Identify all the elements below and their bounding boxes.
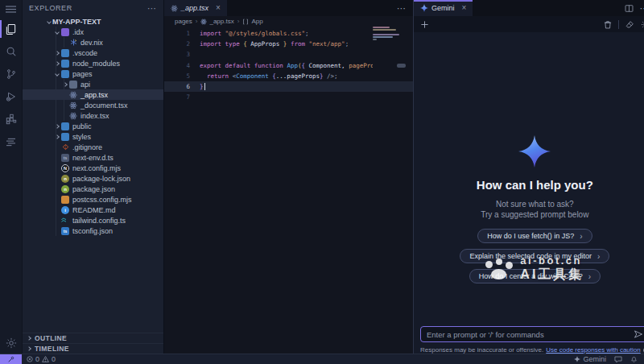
idx-icon <box>61 28 69 36</box>
tree-item-postcss-config-mjs[interactable]: postcss.config.mjs <box>23 194 163 205</box>
close-icon[interactable]: × <box>216 4 221 12</box>
code-line-3[interactable]: 3 <box>164 49 413 60</box>
gemini-status-item[interactable]: Gemini <box>574 355 606 363</box>
tree-item-label: .idx <box>72 28 84 36</box>
tree-item-styles[interactable]: styles <box>23 131 163 142</box>
code-editor[interactable]: 1import "@/styles/globals.css";2import t… <box>164 27 413 354</box>
scrollbar-thumb[interactable] <box>397 64 406 68</box>
sidebar-title: EXPLORER <box>29 4 72 12</box>
tree-item-package-lock-json[interactable]: npackage-lock.json <box>23 173 163 184</box>
code-line-4[interactable]: 4export default function App({ Component… <box>164 60 413 71</box>
tree-item--document-tsx[interactable]: _document.tsx <box>23 100 163 110</box>
problems-errors[interactable]: 0 <box>27 355 39 363</box>
bell-icon[interactable] <box>630 355 638 363</box>
tree-item-my-app-text[interactable]: MY-APP-TEXT <box>23 16 163 27</box>
suggested-prompt-2[interactable]: Explain the selected code in my editor› <box>460 249 609 263</box>
breadcrumb[interactable]: pages › _app.tsx › App <box>164 16 413 27</box>
tree-item-label: tsconfig.json <box>72 227 113 235</box>
explorer-icon[interactable] <box>0 18 22 40</box>
tree-item-label: node_modules <box>72 60 120 68</box>
tab-gemini[interactable]: Gemini × <box>414 0 473 16</box>
tab-app-tsx[interactable]: _app.tsx × <box>164 0 227 16</box>
activity-bar <box>0 0 22 354</box>
gemini-logo-icon <box>518 135 551 168</box>
suggested-prompt-3[interactable]: How do I center a div with CSS?› <box>469 269 601 283</box>
tree-item--idx[interactable]: .idx <box>23 27 163 37</box>
gemini-subtitle-1: Not sure what to ask? <box>481 199 588 209</box>
tree-item-index-tsx[interactable]: index.tsx <box>23 110 163 121</box>
settings-gear-icon[interactable] <box>641 20 644 29</box>
tree-item-api[interactable]: api <box>23 79 163 89</box>
suggested-prompts: How do I use fetch() in JS?›Explain the … <box>460 229 609 283</box>
line-number: 5 <box>164 72 190 80</box>
text-cursor <box>204 83 205 90</box>
breadcrumb-file[interactable]: _app.tsx <box>200 18 233 25</box>
outline-section[interactable]: OUTLINE <box>23 333 163 343</box>
status-bar: 0 0 Gemini <box>0 354 644 364</box>
tree-item-readme-md[interactable]: iREADME.md <box>23 205 163 215</box>
tree-item-label: next-env.d.ts <box>72 154 114 162</box>
tree-item-next-env-d-ts[interactable]: tsnext-env.d.ts <box>23 152 163 163</box>
editor-more-icon[interactable]: ⋯ <box>397 3 407 14</box>
minimap[interactable] <box>373 27 402 41</box>
sidebar-more-icon[interactable]: ⋯ <box>147 3 157 14</box>
tree-item-label: .vscode <box>72 49 97 57</box>
tab-label: Gemini <box>431 4 455 12</box>
dts-icon: ts <box>61 154 69 162</box>
disclaimer-link[interactable]: Use code responses with caution <box>546 346 640 354</box>
tree-item-label: MY-APP-TEXT <box>52 18 101 26</box>
tree-item-label: public <box>72 122 92 130</box>
add-icon[interactable] <box>420 20 429 29</box>
source-control-icon[interactable] <box>0 63 22 85</box>
line-number: 3 <box>164 51 190 58</box>
feedback-icon[interactable] <box>614 356 622 363</box>
tree-item-tailwind-config-ts[interactable]: tailwind.config.ts <box>23 215 163 225</box>
stack-icon[interactable] <box>0 130 22 153</box>
tree-item-dev-nix[interactable]: dev.nix <box>23 37 163 48</box>
chevron-down-icon <box>55 30 60 35</box>
gemini-sparkle-icon <box>574 356 580 362</box>
tree-item--app-tsx[interactable]: _app.tsx <box>23 89 163 100</box>
tree-item--gitignore[interactable]: .gitignore <box>23 142 163 152</box>
error-icon <box>27 356 33 362</box>
split-editor-icon[interactable] <box>625 4 634 13</box>
search-icon[interactable] <box>0 40 22 63</box>
breadcrumb-symbol[interactable]: App <box>242 18 262 25</box>
run-debug-icon[interactable] <box>0 85 22 108</box>
tree-item--vscode[interactable]: .vscode <box>23 48 163 58</box>
code-line-5[interactable]: 5 return <Component {...pageProps} />; <box>164 71 413 81</box>
eraser-icon[interactable] <box>625 20 634 29</box>
trash-icon[interactable] <box>604 20 612 29</box>
tree-item-node-modules[interactable]: node_modules <box>23 58 163 68</box>
readme-icon: i <box>61 206 69 214</box>
remote-indicator[interactable] <box>0 354 22 364</box>
tree-item-package-json[interactable]: npackage.json <box>23 184 163 194</box>
close-icon[interactable]: × <box>462 4 467 12</box>
panel-more-icon[interactable]: ⋯ <box>640 3 644 14</box>
timeline-section[interactable]: TIMELINE <box>23 343 163 354</box>
code-line-7[interactable]: 7 <box>164 92 413 102</box>
tree-item-public[interactable]: public <box>23 121 163 131</box>
chevron-right-icon <box>55 51 60 56</box>
chevron-right-icon: › <box>597 252 600 261</box>
problems-warnings[interactable]: 0 <box>42 355 56 363</box>
menu-icon[interactable] <box>0 0 22 18</box>
line-number: 1 <box>164 30 190 37</box>
code-line-6[interactable]: 6} <box>164 81 413 92</box>
tree-item-tsconfig-json[interactable]: tstsconfig.json <box>23 225 163 236</box>
prompt-input[interactable] <box>427 330 634 339</box>
suggested-prompt-1[interactable]: How do I use fetch() in JS?› <box>477 229 592 243</box>
breadcrumb-pages[interactable]: pages <box>175 18 192 25</box>
file-tree: MY-APP-TEXT.idxdev.nix.vscodenode_module… <box>23 16 163 236</box>
extensions-icon[interactable] <box>0 108 22 130</box>
send-icon[interactable] <box>634 329 643 339</box>
tree-item-pages[interactable]: pages <box>23 68 163 79</box>
timeline-label: TIMELINE <box>35 345 69 353</box>
divider <box>618 20 619 29</box>
tree-item-label: _document.tsx <box>80 101 128 110</box>
settings-gear-icon[interactable] <box>0 333 22 354</box>
tree-item-next-config-mjs[interactable]: Nnext.config.mjs <box>23 163 163 173</box>
remote-icon <box>7 356 14 363</box>
gemini-heading: How can I help you? <box>477 178 593 192</box>
chevron-right-icon: › <box>580 232 582 241</box>
